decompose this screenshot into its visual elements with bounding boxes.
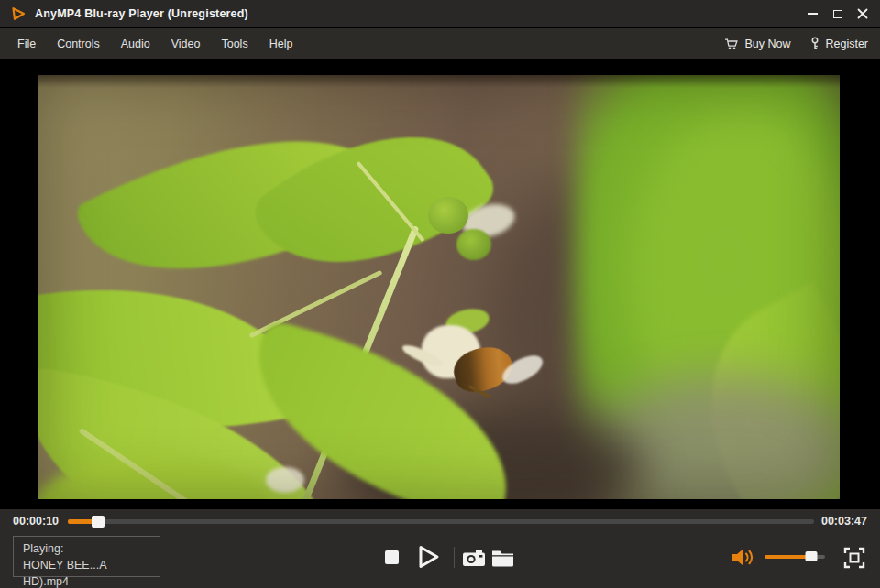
close-icon — [857, 8, 868, 19]
menu-bar: File Controls Audio Video Tools Help Buy… — [0, 28, 880, 59]
controls-divider — [522, 547, 523, 568]
minimize-icon — [808, 13, 818, 15]
seek-bar-thumb[interactable] — [92, 516, 104, 528]
window-title: AnyMP4 Blu-ray Player (Unregistered) — [35, 7, 248, 20]
now-playing-filename: HONEY BEE...A HD).mp4 — [23, 557, 150, 588]
play-button[interactable] — [413, 543, 441, 571]
maximize-button[interactable] — [825, 2, 850, 26]
folder-icon — [491, 549, 514, 567]
video-stage — [0, 59, 880, 509]
key-icon — [810, 37, 820, 50]
volume-slider[interactable] — [764, 555, 825, 559]
open-file-button[interactable] — [491, 549, 514, 567]
register-label: Register — [825, 38, 868, 50]
close-button[interactable] — [850, 2, 874, 26]
video-art-vignette — [38, 75, 840, 499]
stop-icon — [385, 550, 399, 564]
buy-now-button[interactable]: Buy Now — [724, 38, 790, 50]
menu-video[interactable]: Video — [170, 36, 202, 52]
register-button[interactable]: Register — [810, 37, 868, 50]
app-logo-icon — [10, 6, 27, 21]
total-time: 00:03:47 — [821, 512, 867, 530]
maximize-icon — [833, 10, 842, 18]
buy-now-label: Buy Now — [744, 38, 790, 50]
seek-bar[interactable] — [68, 519, 814, 524]
menu-audio[interactable]: Audio — [120, 36, 151, 52]
video-display[interactable] — [38, 75, 840, 499]
fullscreen-icon — [843, 547, 865, 569]
cart-icon — [724, 38, 739, 50]
camera-icon — [462, 549, 486, 567]
menu-items: File Controls Audio Video Tools Help — [0, 36, 293, 52]
snapshot-button[interactable] — [462, 549, 486, 567]
fullscreen-button[interactable] — [843, 547, 865, 569]
menu-tools[interactable]: Tools — [220, 36, 248, 52]
menu-right: Buy Now Register — [724, 28, 868, 59]
menu-controls[interactable]: Controls — [56, 36, 101, 52]
stop-button[interactable] — [384, 550, 400, 565]
play-icon — [413, 543, 441, 571]
speaker-icon — [731, 547, 756, 568]
volume-slider-thumb[interactable] — [806, 551, 818, 561]
minimize-button[interactable] — [800, 2, 825, 26]
window-controls — [800, 0, 874, 27]
app-window: AnyMP4 Blu-ray Player (Unregistered) Fil… — [0, 0, 880, 588]
menu-file[interactable]: File — [16, 36, 37, 52]
control-bar: 00:00:10 00:03:47 Playing: HONEY BEE...A… — [0, 509, 880, 588]
menu-help[interactable]: Help — [269, 36, 294, 52]
current-time: 00:00:10 — [13, 512, 59, 530]
now-playing-label: Playing: — [23, 540, 150, 557]
title-bar: AnyMP4 Blu-ray Player (Unregistered) — [0, 0, 880, 27]
controls-divider — [454, 547, 455, 568]
volume-button[interactable] — [731, 547, 756, 568]
volume-slider-fill — [764, 555, 811, 559]
now-playing-box: Playing: HONEY BEE...A HD).mp4 — [13, 536, 160, 577]
